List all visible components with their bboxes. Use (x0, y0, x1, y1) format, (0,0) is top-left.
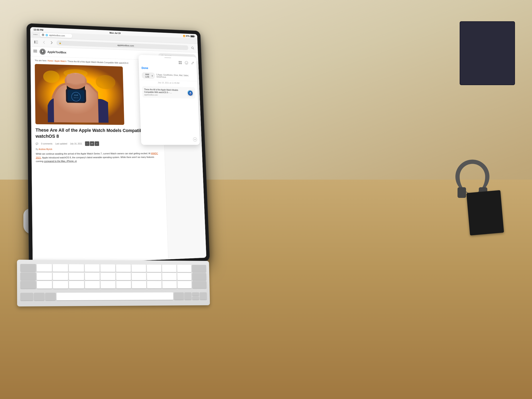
key-h[interactable] (116, 272, 131, 280)
add-link-chevron: ∨ (152, 74, 153, 77)
link-card-icon (187, 89, 194, 96)
key-j[interactable] (132, 273, 146, 280)
key-return[interactable] (192, 273, 206, 280)
key-d[interactable] (69, 272, 84, 280)
key-w[interactable] (53, 264, 68, 272)
last-updated-date: July 16, 2021 (70, 143, 82, 145)
key-backspace[interactable] (192, 265, 206, 272)
svg-rect-34 (179, 63, 180, 64)
search-button[interactable] (190, 45, 195, 51)
wrist-svg: 10:45 MON 19 (35, 64, 124, 125)
key-b[interactable] (101, 281, 115, 288)
key-down[interactable] (192, 297, 199, 300)
edit-button[interactable] (191, 61, 194, 65)
key-n[interactable] (116, 281, 131, 288)
breadcrumb-home[interactable]: Home (47, 60, 53, 62)
key-period[interactable] (162, 281, 177, 288)
text-size-aa-button[interactable]: AA (90, 141, 94, 146)
author-link[interactable]: Andrew Myrick (38, 148, 52, 151)
key-e[interactable] (69, 264, 84, 272)
key-caps[interactable] (20, 272, 36, 280)
tab-url: appletoolbox.com (49, 34, 70, 37)
key-tab[interactable] (20, 264, 36, 272)
comment-icon: 💬 (36, 143, 38, 145)
key-y[interactable] (116, 265, 131, 272)
ipad-screen: 12:03 PM Mon Jul 19 📶 97% (30, 27, 206, 265)
svg-line-39 (193, 62, 193, 63)
dot2 (35, 34, 36, 35)
svg-line-8 (33, 52, 37, 52)
text-size-plus-button[interactable]: + (95, 141, 99, 146)
key-a[interactable] (37, 272, 52, 280)
key-s[interactable] (53, 272, 68, 280)
svg-rect-28 (67, 74, 71, 81)
key-l[interactable] (162, 273, 177, 280)
popup-link-card[interactable]: These Are All of the Apple Watch Models … (142, 86, 195, 99)
svg-rect-1 (36, 41, 38, 41)
svg-line-5 (193, 49, 194, 49)
key-f[interactable] (85, 272, 100, 280)
note-popup: Done Add Link ∨ 5 Apps: GoodNotes, Drive… (139, 55, 200, 145)
status-time: 12:03 PM (34, 28, 43, 31)
battery-icon (190, 35, 194, 38)
key-left[interactable] (184, 292, 191, 300)
key-o[interactable] (162, 265, 176, 272)
grid-view-button[interactable] (178, 61, 182, 65)
key-slash[interactable] (177, 281, 191, 288)
logo-svg (41, 50, 45, 54)
key-space[interactable] (56, 292, 173, 300)
key-r[interactable] (85, 264, 100, 272)
key-k[interactable] (147, 273, 161, 280)
notebook (466, 190, 504, 235)
tab-close-btn[interactable]: ✕ (42, 34, 44, 36)
svg-point-44 (193, 138, 197, 141)
key-comma[interactable] (147, 281, 162, 288)
breadcrumb-section[interactable]: Apple Watch (55, 60, 66, 62)
key-right[interactable] (200, 292, 207, 300)
site-logo[interactable]: AppleToolBox (40, 49, 66, 56)
active-tab[interactable]: ✕ 🌐 appletoolbox.com (40, 33, 72, 38)
svg-rect-32 (178, 61, 180, 63)
site-secure-icon: 🔒 (59, 42, 61, 44)
key-p[interactable] (177, 265, 191, 272)
key-i[interactable] (147, 265, 161, 272)
dot1 (34, 34, 34, 35)
add-link-button[interactable]: Add Link ∨ (142, 72, 155, 79)
key-c[interactable] (69, 281, 84, 288)
key-u[interactable] (132, 265, 146, 272)
key-ctrl[interactable] (20, 293, 33, 300)
forward-button[interactable] (49, 40, 55, 46)
svg-text:MON 19: MON 19 (74, 97, 78, 98)
back-button[interactable] (41, 39, 47, 45)
key-shift-left[interactable] (20, 281, 36, 289)
key-alt[interactable] (34, 293, 44, 300)
key-q[interactable] (37, 264, 52, 272)
key-z[interactable] (37, 281, 52, 289)
hamburger-menu-button[interactable] (33, 50, 37, 53)
key-semicolon[interactable] (177, 273, 191, 280)
svg-rect-29 (71, 73, 75, 81)
key-m[interactable] (132, 281, 146, 288)
keyboard-key-rows (17, 260, 210, 293)
done-button[interactable]: Done (141, 66, 148, 70)
scroll-down-button[interactable] (193, 137, 197, 142)
emoji-button[interactable] (185, 61, 188, 66)
svg-rect-0 (34, 41, 35, 44)
address-text: appletoolbox.com (62, 42, 186, 49)
key-cmd[interactable] (45, 293, 56, 300)
key-cmd-right[interactable] (174, 292, 184, 300)
emoji-icon (185, 61, 188, 65)
key-x[interactable] (53, 281, 68, 289)
text-size-minus-button[interactable]: − (85, 141, 89, 146)
link-card-title: These Are All of the Apple Watch Models … (144, 88, 185, 94)
sidebar-toggle-button[interactable] (33, 39, 39, 45)
safari-compass (187, 90, 193, 96)
key-v[interactable] (85, 281, 100, 288)
key-g[interactable] (101, 272, 115, 280)
key-shift-right[interactable] (192, 281, 207, 288)
last-updated-label: Last updated (55, 143, 67, 145)
key-t[interactable] (101, 264, 115, 272)
search-icon (191, 46, 194, 50)
key-up[interactable] (192, 292, 199, 296)
article-text-cont: Apple introduced watchOS 8, the company'… (36, 156, 154, 163)
